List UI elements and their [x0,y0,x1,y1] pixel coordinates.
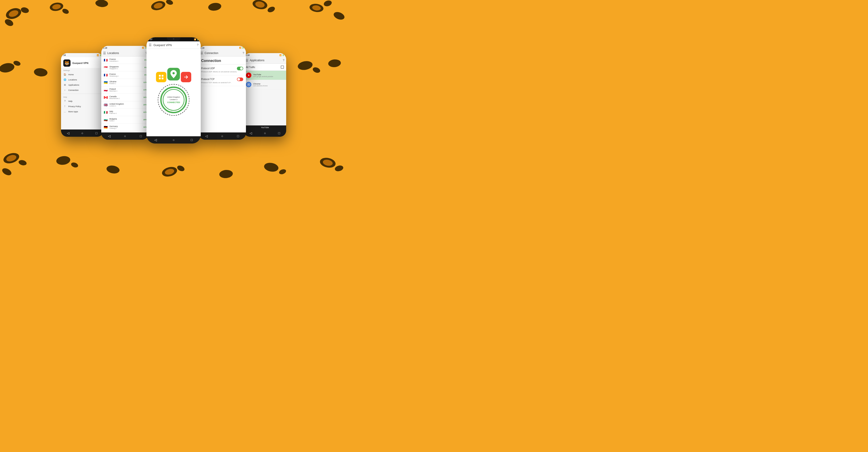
location-france-1[interactable]: 🇫🇷 France Gravelines-1 9% [101,57,149,64]
location-singapore[interactable]: 🇸🇬 Singapore Singapore-1 9% [101,64,149,71]
help-icon: ? [63,100,66,102]
nav-bar-3: ◁ ○ □ [147,136,201,143]
home-icon: 🏠 [63,73,66,76]
applications-app-bar: ☰ Applications ? [244,57,286,64]
flag-france-1: 🇫🇷 [103,58,108,63]
flag-ukraine: 🇺🇦 [103,80,108,85]
privacy-icon: ! [63,105,66,107]
all-traffic-row: All Traffic [244,64,286,71]
youtube-icon [246,72,251,78]
home-btn-4[interactable]: ○ [220,134,224,138]
status-icons-2: 📶 🔋 [142,47,147,49]
flag-france-2: 🇫🇷 [103,72,108,77]
status-icons-1: 📶 🔋 [97,54,102,56]
recents-btn-3[interactable]: □ [189,138,194,142]
recents-btn-4[interactable]: □ [236,134,240,138]
back-btn-2[interactable]: ◁ [107,134,112,138]
nav-bar-5: ◁ ○ □ [244,129,286,137]
back-btn-4[interactable]: ◁ [204,134,209,138]
help-btn-5[interactable]: ? [283,59,284,62]
connection-label: Connection [68,89,79,91]
protocol-tcp: Protocol TCP Protocol TCP. Works on andr… [198,75,246,86]
recents-btn-1[interactable]: □ [94,131,99,135]
location-uk[interactable]: 🇬🇧 United Kingdom London-1 20% [101,101,149,109]
vpn-circle-inner: United KingdomLondon-2 CONNECTED [163,89,184,111]
chrome-icon [246,82,251,87]
flag-italy: 🇮🇹 [103,110,108,115]
apps-icon-btn[interactable] [156,72,166,82]
country-name: France [110,58,143,60]
home-btn-1[interactable]: ○ [80,131,85,135]
phones-container: :18 📶 🔋 🐯 Guepard VPN Settings 🏠 Home 🌐 … [0,0,347,181]
chrome-pkg: com.android.chrome [253,85,284,87]
country-name: Bulgaria [110,118,142,120]
protocol-udp-toggle[interactable] [237,67,243,70]
recents-btn-2[interactable]: □ [138,134,143,138]
protocol-tcp-toggle[interactable] [237,77,243,81]
vpn-circle-mid: United KingdomLondon-2 CONNECTED [160,87,187,113]
flag-poland: 🇵🇱 [103,88,108,92]
arrow-icon-btn[interactable] [181,72,191,82]
country-name: France [110,73,143,75]
protocol-udp: Protocol UDP Protocol UDP. Works on all … [198,64,246,75]
sidebar-item-home[interactable]: 🏠 Home [61,72,103,77]
locations-app-bar: ☰ Locations ? [101,50,149,57]
nav-bar-4: ◁ ○ □ [198,132,246,140]
settings-section-label: Settings [61,68,103,72]
locations-icon: 🌐 [63,78,66,81]
locations-label: Locations [68,79,77,81]
home-btn-2[interactable]: ○ [123,134,127,138]
phone-applications: 1:18 📶 🔋 ☰ Applications ? All Traffic [244,53,286,137]
sidebar-item-applications[interactable]: ⊞ Applications [61,82,103,88]
privacy-label: Privacy Policy [68,105,81,107]
status-bar-1: :18 📶 🔋 [61,53,103,57]
back-btn-5[interactable]: ◁ [248,131,253,135]
recents-btn-5[interactable]: □ [277,131,281,135]
menu-icon-2[interactable]: ☰ [103,51,106,55]
vpn-circle-outer[interactable]: United KingdomLondon-2 CONNECTED [158,84,189,116]
sidebar-item-help[interactable]: ? Help [61,99,103,104]
sidebar-item-connection[interactable]: ↕ Connection [61,88,103,93]
protocol-udp-desc: Protocol UDP. Works on all android versi… [201,71,243,73]
svg-rect-43 [162,75,163,76]
location-italy[interactable]: 🇮🇹 Italy Palermo-1 22% [101,109,149,116]
location-bulgaria[interactable]: 🇧🇬 Bulgaria Sofia-2 28% [101,116,149,124]
city-name: Sofia-2 [110,120,142,122]
app-list-chrome[interactable]: Chrome com.android.chrome [244,80,286,89]
svg-rect-42 [159,75,161,76]
location-poland[interactable]: 🇵🇱 Poland Warshaw-1 14% [101,86,149,94]
help-btn-3[interactable]: ? [197,43,198,46]
svg-point-48 [248,84,249,85]
time-4: 1:18 [200,47,204,49]
home-btn-5[interactable]: ○ [263,131,267,135]
applications-label: Applications [68,84,79,86]
status-icons-5: 📶 🔋 [279,54,284,56]
location-france-2[interactable]: 🇫🇷 France Strasbourg-1 9% [101,71,149,79]
app-list-youtube[interactable]: YouTube com.google.android.youtube [244,71,286,80]
phone-connection: 1:18 📶 🔋 ☰ Connection ? Connection Proto… [198,46,246,140]
all-traffic-checkbox[interactable] [281,66,284,69]
status-bar-5: 1:18 📶 🔋 [244,53,286,57]
location-germany[interactable]: 🇩🇪 Germany Limburg-1 30% [101,124,149,131]
sidebar-item-more-apps[interactable]: … More Apps [61,109,103,114]
menu-icon-3[interactable]: ☰ [149,43,152,47]
vpn-icons-row [156,70,191,82]
connection-icon: ↕ [63,89,66,91]
location-ukraine[interactable]: 🇺🇦 Ukraine Kharkiv-1 12% [101,79,149,86]
sidebar-header: 🐯 Guepard VPN [61,57,103,68]
flag-singapore: 🇸🇬 [103,65,108,70]
back-btn-3[interactable]: ◁ [153,138,158,142]
back-btn-1[interactable]: ◁ [66,131,70,135]
location-canada[interactable]: 🇨🇦 Canada Beauharnois-1 16% [101,94,149,101]
country-name: Canada [110,95,142,98]
sidebar-item-privacy[interactable]: ! Privacy Policy [61,104,103,109]
phone-locations: 1:18 📶 🔋 ☰ Locations ? 🇫🇷 France Graveli… [101,46,149,140]
help-btn-4[interactable]: ? [243,52,244,55]
location-pin-icon[interactable] [167,68,180,80]
svg-marker-46 [248,74,250,76]
protocol-tcp-desc: Protocol TCP. Works on android 5.0+. [201,82,243,84]
help-section-label: Help [61,95,103,99]
more-apps-label: More Apps [68,110,78,113]
sidebar-item-locations[interactable]: 🌐 Locations [61,77,103,82]
home-btn-3[interactable]: ○ [171,138,176,142]
